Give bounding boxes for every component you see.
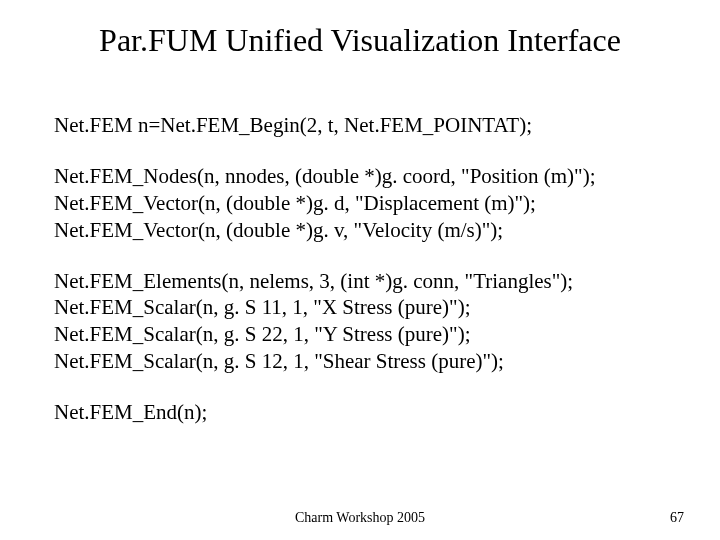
code-block-nodes: Net.FEM_Nodes(n, nnodes, (double *)g. co… bbox=[54, 163, 666, 244]
code-line: Net.FEM_Scalar(n, g. S 11, 1, "X Stress … bbox=[54, 294, 666, 321]
slide-title: Par.FUM Unified Visualization Interface bbox=[0, 22, 720, 59]
footer-text: Charm Workshop 2005 bbox=[0, 510, 720, 526]
slide: Par.FUM Unified Visualization Interface … bbox=[0, 0, 720, 540]
slide-body: Net.FEM n=Net.FEM_Begin(2, t, Net.FEM_PO… bbox=[54, 112, 666, 450]
code-line: Net.FEM n=Net.FEM_Begin(2, t, Net.FEM_PO… bbox=[54, 112, 666, 139]
code-line: Net.FEM_Vector(n, (double *)g. v, "Veloc… bbox=[54, 217, 666, 244]
code-block-begin: Net.FEM n=Net.FEM_Begin(2, t, Net.FEM_PO… bbox=[54, 112, 666, 139]
code-line: Net.FEM_Nodes(n, nnodes, (double *)g. co… bbox=[54, 163, 666, 190]
code-line: Net.FEM_Elements(n, nelems, 3, (int *)g.… bbox=[54, 268, 666, 295]
code-line: Net.FEM_Scalar(n, g. S 12, 1, "Shear Str… bbox=[54, 348, 666, 375]
page-number: 67 bbox=[670, 510, 684, 526]
code-line: Net.FEM_End(n); bbox=[54, 399, 666, 426]
code-block-end: Net.FEM_End(n); bbox=[54, 399, 666, 426]
code-line: Net.FEM_Vector(n, (double *)g. d, "Displ… bbox=[54, 190, 666, 217]
code-block-elements: Net.FEM_Elements(n, nelems, 3, (int *)g.… bbox=[54, 268, 666, 376]
code-line: Net.FEM_Scalar(n, g. S 22, 1, "Y Stress … bbox=[54, 321, 666, 348]
